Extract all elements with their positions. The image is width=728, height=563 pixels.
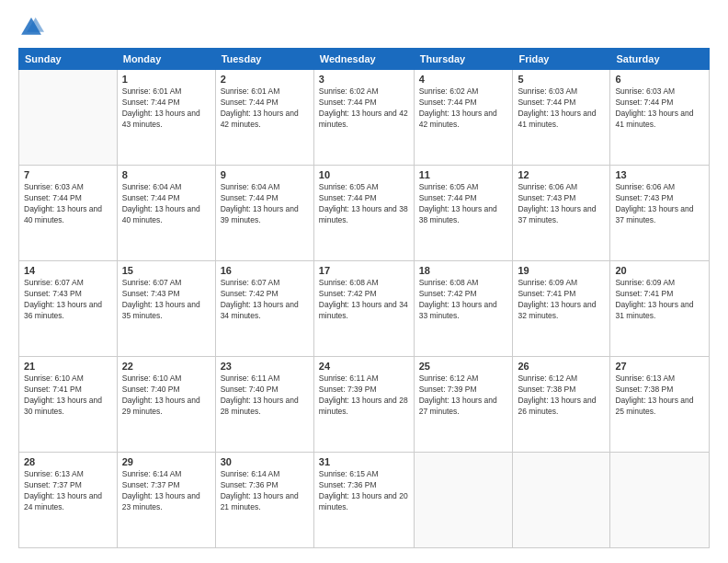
calendar-cell: 31Sunrise: 6:15 AMSunset: 7:36 PMDayligh…: [313, 453, 414, 548]
day-info: Sunrise: 6:09 AMSunset: 7:41 PMDaylight:…: [615, 278, 704, 322]
day-number: 21: [24, 361, 112, 372]
calendar-cell: [19, 70, 118, 166]
day-number: 29: [122, 456, 210, 467]
day-number: 30: [221, 456, 309, 467]
calendar-cell: 5Sunrise: 6:03 AMSunset: 7:44 PMDaylight…: [513, 70, 610, 166]
calendar-cell: 21Sunrise: 6:10 AMSunset: 7:41 PMDayligh…: [19, 357, 118, 453]
day-info: Sunrise: 6:01 AMSunset: 7:44 PMDaylight:…: [122, 86, 210, 131]
calendar-cell: [610, 453, 710, 548]
calendar-cell: 27Sunrise: 6:13 AMSunset: 7:38 PMDayligh…: [610, 357, 710, 453]
day-number: 11: [419, 169, 508, 180]
weekday-header: Sunday: [19, 49, 118, 70]
calendar-cell: 16Sunrise: 6:07 AMSunset: 7:42 PMDayligh…: [215, 261, 313, 357]
day-info: Sunrise: 6:05 AMSunset: 7:44 PMDaylight:…: [419, 182, 508, 226]
day-number: 17: [319, 265, 409, 276]
day-info: Sunrise: 6:08 AMSunset: 7:42 PMDaylight:…: [319, 278, 409, 322]
calendar-week-row: 7Sunrise: 6:03 AMSunset: 7:44 PMDaylight…: [19, 166, 710, 261]
page: SundayMondayTuesdayWednesdayThursdayFrid…: [0, 0, 728, 563]
calendar-cell: [414, 453, 513, 548]
day-number: 2: [221, 74, 309, 85]
day-info: Sunrise: 6:12 AMSunset: 7:39 PMDaylight:…: [419, 373, 508, 418]
day-info: Sunrise: 6:11 AMSunset: 7:40 PMDaylight:…: [221, 373, 309, 418]
day-number: 16: [221, 265, 309, 276]
day-number: 10: [319, 169, 409, 180]
day-number: 28: [24, 456, 112, 467]
calendar-cell: 3Sunrise: 6:02 AMSunset: 7:44 PMDaylight…: [313, 70, 414, 166]
calendar-cell: 25Sunrise: 6:12 AMSunset: 7:39 PMDayligh…: [414, 357, 513, 453]
day-info: Sunrise: 6:13 AMSunset: 7:37 PMDaylight:…: [24, 469, 112, 513]
day-number: 15: [122, 265, 210, 276]
day-info: Sunrise: 6:02 AMSunset: 7:44 PMDaylight:…: [419, 86, 508, 131]
day-number: 7: [24, 169, 112, 180]
header: [18, 15, 710, 40]
weekday-header: Monday: [117, 49, 215, 70]
calendar-cell: 11Sunrise: 6:05 AMSunset: 7:44 PMDayligh…: [414, 166, 513, 261]
calendar-cell: 6Sunrise: 6:03 AMSunset: 7:44 PMDaylight…: [610, 70, 710, 166]
calendar-cell: 23Sunrise: 6:11 AMSunset: 7:40 PMDayligh…: [215, 357, 313, 453]
calendar-cell: 8Sunrise: 6:04 AMSunset: 7:44 PMDaylight…: [117, 166, 215, 261]
day-number: 1: [122, 74, 210, 85]
calendar-cell: 9Sunrise: 6:04 AMSunset: 7:44 PMDaylight…: [215, 166, 313, 261]
weekday-header-row: SundayMondayTuesdayWednesdayThursdayFrid…: [19, 49, 710, 70]
calendar-cell: 17Sunrise: 6:08 AMSunset: 7:42 PMDayligh…: [313, 261, 414, 357]
day-number: 20: [615, 265, 704, 276]
logo-icon: [18, 15, 44, 40]
day-info: Sunrise: 6:03 AMSunset: 7:44 PMDaylight:…: [518, 86, 605, 131]
day-info: Sunrise: 6:04 AMSunset: 7:44 PMDaylight:…: [122, 182, 210, 226]
day-number: 12: [518, 169, 605, 180]
calendar-week-row: 28Sunrise: 6:13 AMSunset: 7:37 PMDayligh…: [19, 453, 710, 548]
calendar-table: SundayMondayTuesdayWednesdayThursdayFrid…: [18, 48, 710, 548]
calendar-cell: 22Sunrise: 6:10 AMSunset: 7:40 PMDayligh…: [117, 357, 215, 453]
day-number: 3: [319, 74, 409, 85]
calendar-cell: 7Sunrise: 6:03 AMSunset: 7:44 PMDaylight…: [19, 166, 118, 261]
logo: [18, 15, 48, 40]
calendar-cell: 12Sunrise: 6:06 AMSunset: 7:43 PMDayligh…: [513, 166, 610, 261]
day-info: Sunrise: 6:13 AMSunset: 7:38 PMDaylight:…: [615, 373, 704, 418]
day-number: 23: [221, 361, 309, 372]
day-info: Sunrise: 6:06 AMSunset: 7:43 PMDaylight:…: [518, 182, 605, 226]
weekday-header: Tuesday: [215, 49, 313, 70]
day-info: Sunrise: 6:14 AMSunset: 7:36 PMDaylight:…: [221, 469, 309, 513]
day-info: Sunrise: 6:08 AMSunset: 7:42 PMDaylight:…: [419, 278, 508, 322]
calendar-cell: 28Sunrise: 6:13 AMSunset: 7:37 PMDayligh…: [19, 453, 118, 548]
day-number: 18: [419, 265, 508, 276]
day-number: 25: [419, 361, 508, 372]
day-number: 31: [319, 456, 409, 467]
calendar-cell: 19Sunrise: 6:09 AMSunset: 7:41 PMDayligh…: [513, 261, 610, 357]
day-info: Sunrise: 6:07 AMSunset: 7:42 PMDaylight:…: [221, 278, 309, 322]
weekday-header: Thursday: [414, 49, 513, 70]
day-number: 4: [419, 74, 508, 85]
day-info: Sunrise: 6:15 AMSunset: 7:36 PMDaylight:…: [319, 469, 409, 513]
day-info: Sunrise: 6:11 AMSunset: 7:39 PMDaylight:…: [319, 373, 409, 418]
day-info: Sunrise: 6:14 AMSunset: 7:37 PMDaylight:…: [122, 469, 210, 513]
weekday-header: Friday: [513, 49, 610, 70]
day-info: Sunrise: 6:05 AMSunset: 7:44 PMDaylight:…: [319, 182, 409, 226]
day-number: 24: [319, 361, 409, 372]
day-number: 27: [615, 361, 704, 372]
calendar-cell: 24Sunrise: 6:11 AMSunset: 7:39 PMDayligh…: [313, 357, 414, 453]
calendar-cell: 20Sunrise: 6:09 AMSunset: 7:41 PMDayligh…: [610, 261, 710, 357]
day-number: 9: [221, 169, 309, 180]
day-number: 19: [518, 265, 605, 276]
day-info: Sunrise: 6:10 AMSunset: 7:40 PMDaylight:…: [122, 373, 210, 418]
day-number: 22: [122, 361, 210, 372]
day-number: 8: [122, 169, 210, 180]
day-info: Sunrise: 6:03 AMSunset: 7:44 PMDaylight:…: [24, 182, 112, 226]
calendar-cell: 18Sunrise: 6:08 AMSunset: 7:42 PMDayligh…: [414, 261, 513, 357]
calendar-cell: 4Sunrise: 6:02 AMSunset: 7:44 PMDaylight…: [414, 70, 513, 166]
day-info: Sunrise: 6:02 AMSunset: 7:44 PMDaylight:…: [319, 86, 409, 131]
day-number: 13: [615, 169, 704, 180]
calendar-cell: 30Sunrise: 6:14 AMSunset: 7:36 PMDayligh…: [215, 453, 313, 548]
calendar-cell: 1Sunrise: 6:01 AMSunset: 7:44 PMDaylight…: [117, 70, 215, 166]
calendar-week-row: 1Sunrise: 6:01 AMSunset: 7:44 PMDaylight…: [19, 70, 710, 166]
calendar-cell: 26Sunrise: 6:12 AMSunset: 7:38 PMDayligh…: [513, 357, 610, 453]
day-info: Sunrise: 6:06 AMSunset: 7:43 PMDaylight:…: [615, 182, 704, 226]
weekday-header: Saturday: [610, 49, 710, 70]
day-info: Sunrise: 6:07 AMSunset: 7:43 PMDaylight:…: [24, 278, 112, 322]
calendar-week-row: 21Sunrise: 6:10 AMSunset: 7:41 PMDayligh…: [19, 357, 710, 453]
weekday-header: Wednesday: [313, 49, 414, 70]
day-info: Sunrise: 6:10 AMSunset: 7:41 PMDaylight:…: [24, 373, 112, 418]
day-info: Sunrise: 6:04 AMSunset: 7:44 PMDaylight:…: [221, 182, 309, 226]
day-info: Sunrise: 6:07 AMSunset: 7:43 PMDaylight:…: [122, 278, 210, 322]
day-info: Sunrise: 6:03 AMSunset: 7:44 PMDaylight:…: [615, 86, 704, 131]
